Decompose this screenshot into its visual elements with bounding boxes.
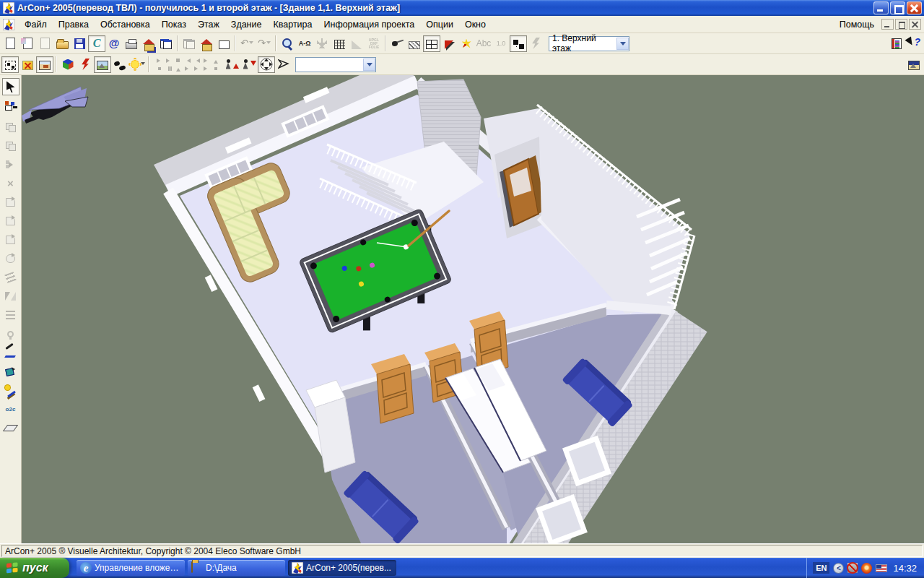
menu-project-info[interactable]: Информация проекта	[318, 17, 421, 32]
close-project-button[interactable]	[36, 35, 53, 52]
menu-apartment[interactable]: Квартира	[267, 17, 318, 32]
task-arcon-window[interactable]: ArCon+ 2005(перев...	[288, 560, 396, 576]
object-selector-dropdown[interactable]	[363, 59, 375, 71]
dimension-button[interactable]: 1.0	[492, 35, 510, 52]
language-indicator[interactable]: EN	[813, 562, 829, 574]
3d-view-button[interactable]	[59, 56, 77, 73]
align-button[interactable]	[2, 306, 19, 324]
print-button[interactable]	[123, 35, 140, 52]
tray-blocked-icon[interactable]	[847, 563, 858, 573]
menu-view[interactable]: Показ	[156, 17, 192, 32]
menu-window[interactable]: Окно	[459, 17, 492, 32]
floor-down-button[interactable]	[240, 56, 258, 73]
undo-button[interactable]: ↶	[238, 35, 256, 52]
task-ie-window[interactable]: e Управление вложен...	[77, 560, 185, 576]
clock[interactable]: 14:32	[893, 563, 917, 574]
open-project-button[interactable]	[53, 35, 71, 52]
new-project-button[interactable]	[1, 35, 19, 52]
save-image-button[interactable]	[905, 56, 923, 73]
3d-viewport[interactable]	[22, 75, 924, 543]
floor-selector-dropdown[interactable]	[616, 38, 629, 50]
rotate-free-button[interactable]	[2, 250, 19, 267]
context-help-button[interactable]	[905, 35, 923, 52]
menu-help[interactable]: Помощь	[834, 17, 880, 32]
hatch-button[interactable]	[406, 35, 423, 52]
floorplan-mode-button[interactable]	[423, 35, 440, 52]
delete-button[interactable]: ×	[2, 175, 19, 192]
menu-floor[interactable]: Этаж	[192, 17, 225, 32]
load-building-button[interactable]	[198, 35, 215, 52]
text-button[interactable]: Abc	[475, 35, 492, 52]
selection-mode-button[interactable]	[1, 56, 19, 73]
menu-edit[interactable]: Правка	[53, 17, 95, 32]
arcon-mode-button[interactable]: C	[88, 35, 105, 52]
o2c-export-button[interactable]: o2c	[2, 400, 19, 418]
rotate-180-button[interactable]	[2, 212, 19, 230]
floor-up-button[interactable]	[223, 56, 240, 73]
scanner-button[interactable]	[388, 35, 406, 52]
multi-select-tool-button[interactable]	[2, 97, 19, 114]
object-selector[interactable]	[295, 57, 376, 72]
catalog-search-button[interactable]: A-Ω	[296, 35, 313, 52]
rotate-90-button[interactable]	[2, 194, 19, 211]
save-button[interactable]	[71, 35, 88, 52]
save-project-button[interactable]	[140, 35, 157, 52]
refresh-view-button[interactable]	[77, 56, 94, 73]
menu-building[interactable]: Здание	[225, 17, 268, 32]
mirror-button[interactable]	[2, 288, 19, 305]
menu-furnishing[interactable]: Обстановка	[95, 17, 156, 32]
pan-mode-button[interactable]	[258, 56, 275, 73]
window-layout-button[interactable]	[180, 35, 198, 52]
lightning-tool-button[interactable]	[527, 35, 544, 52]
interior-view-button[interactable]	[36, 56, 53, 73]
delete-selection-button[interactable]	[19, 56, 36, 73]
floor-selector[interactable]: 1. Верхний этаж	[549, 36, 629, 51]
walkthrough-player-controls[interactable]	[154, 56, 220, 72]
email-button[interactable]: @	[105, 35, 123, 52]
grid-button[interactable]	[331, 35, 348, 52]
arcon-c-icon: C	[93, 37, 101, 50]
cascade-windows-button[interactable]	[157, 35, 175, 52]
toolbar-separator	[148, 56, 149, 72]
light-button[interactable]	[2, 325, 19, 342]
menu-options[interactable]: Опции	[420, 17, 459, 32]
walk-direction-button[interactable]	[275, 56, 292, 73]
minimize-button[interactable]	[873, 1, 889, 14]
menu-file[interactable]: Файл	[19, 17, 53, 32]
task-folder-window[interactable]: D:\Дача	[188, 560, 285, 576]
measure-button[interactable]	[2, 269, 19, 286]
rotate-270-button[interactable]	[2, 231, 19, 249]
mdi-minimize-button[interactable]	[881, 19, 894, 30]
select-tool-button[interactable]	[2, 78, 19, 95]
tray-download-icon[interactable]	[861, 563, 872, 574]
open-drawing-button[interactable]	[19, 35, 36, 52]
new-view-button[interactable]	[215, 35, 232, 52]
sweep-button[interactable]	[2, 419, 19, 436]
textured-view-button[interactable]	[94, 56, 111, 73]
fill-color-button[interactable]	[2, 363, 19, 380]
mdi-restore-button[interactable]	[895, 19, 907, 30]
cursor-icon	[6, 81, 15, 92]
redo-button[interactable]: ↷	[256, 35, 273, 52]
daylight-button[interactable]	[128, 56, 146, 73]
zoom-button[interactable]	[279, 35, 296, 52]
scatter-button[interactable]	[510, 35, 527, 52]
group-button[interactable]	[2, 118, 19, 136]
texture-brush-button[interactable]	[2, 381, 19, 399]
tray-flag-icon[interactable]	[876, 564, 887, 572]
origin-button[interactable]	[313, 35, 331, 52]
close-button[interactable]	[907, 1, 922, 14]
catalog-button[interactable]	[888, 35, 905, 52]
ruler-button[interactable]	[348, 35, 365, 52]
start-button[interactable]: пуск	[0, 558, 69, 578]
tray-switcher-icon[interactable]: <	[833, 563, 844, 574]
draw-tool-button[interactable]	[2, 344, 19, 361]
shadow-button[interactable]	[111, 56, 128, 73]
hpgl-export-button[interactable]: HPGLDXFFOLIE	[365, 35, 383, 52]
copy-move-button[interactable]	[2, 156, 19, 173]
red-flag-button[interactable]	[440, 35, 458, 52]
yellow-flag-button[interactable]	[458, 35, 475, 52]
restore-button[interactable]	[890, 1, 905, 14]
ungroup-button[interactable]	[2, 137, 19, 155]
mdi-close-button[interactable]	[909, 19, 921, 30]
